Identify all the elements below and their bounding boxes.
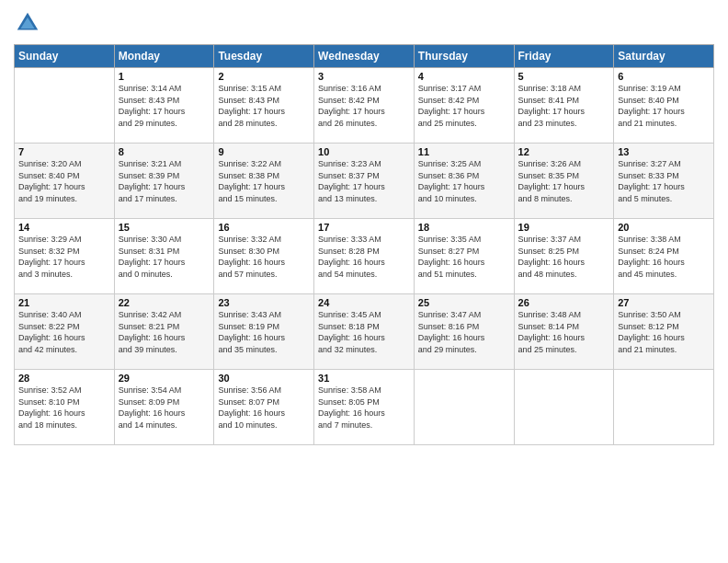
header [14, 9, 714, 37]
calendar-cell [414, 370, 514, 445]
weekday-header: Wednesday [314, 45, 415, 68]
logo [14, 9, 45, 37]
weekday-header: Sunday [15, 45, 115, 68]
calendar-cell: 3Sunrise: 3:16 AM Sunset: 8:42 PM Daylig… [314, 68, 415, 144]
weekday-row: SundayMondayTuesdayWednesdayThursdayFrid… [15, 45, 714, 68]
calendar-cell: 13Sunrise: 3:27 AM Sunset: 8:33 PM Dayli… [614, 144, 714, 219]
calendar-cell: 25Sunrise: 3:47 AM Sunset: 8:16 PM Dayli… [414, 294, 514, 370]
calendar-week-row: 28Sunrise: 3:52 AM Sunset: 8:10 PM Dayli… [15, 370, 714, 445]
day-info: Sunrise: 3:47 AM Sunset: 8:16 PM Dayligh… [418, 309, 510, 355]
calendar-cell: 7Sunrise: 3:20 AM Sunset: 8:40 PM Daylig… [15, 144, 115, 219]
calendar-cell: 29Sunrise: 3:54 AM Sunset: 8:09 PM Dayli… [114, 370, 214, 445]
calendar-cell [15, 68, 115, 144]
logo-icon [14, 9, 41, 37]
day-number: 26 [518, 297, 610, 308]
calendar-cell: 15Sunrise: 3:30 AM Sunset: 8:31 PM Dayli… [114, 219, 214, 294]
day-number: 5 [518, 71, 610, 82]
calendar-cell: 4Sunrise: 3:17 AM Sunset: 8:42 PM Daylig… [414, 68, 514, 144]
day-number: 19 [518, 222, 610, 233]
day-info: Sunrise: 3:43 AM Sunset: 8:19 PM Dayligh… [218, 309, 310, 355]
day-number: 10 [318, 146, 410, 157]
day-number: 25 [418, 297, 510, 308]
day-number: 6 [618, 71, 710, 82]
day-number: 23 [218, 297, 310, 308]
weekday-header: Saturday [614, 45, 714, 68]
calendar-cell: 24Sunrise: 3:45 AM Sunset: 8:18 PM Dayli… [314, 294, 415, 370]
calendar-table: SundayMondayTuesdayWednesdayThursdayFrid… [14, 44, 714, 445]
day-info: Sunrise: 3:35 AM Sunset: 8:27 PM Dayligh… [418, 234, 510, 280]
day-info: Sunrise: 3:45 AM Sunset: 8:18 PM Dayligh… [318, 309, 410, 355]
day-number: 27 [618, 297, 710, 308]
day-number: 30 [218, 373, 310, 384]
calendar-week-row: 7Sunrise: 3:20 AM Sunset: 8:40 PM Daylig… [15, 144, 714, 219]
calendar-cell: 8Sunrise: 3:21 AM Sunset: 8:39 PM Daylig… [114, 144, 214, 219]
calendar-cell: 5Sunrise: 3:18 AM Sunset: 8:41 PM Daylig… [514, 68, 614, 144]
day-info: Sunrise: 3:56 AM Sunset: 8:07 PM Dayligh… [218, 385, 310, 431]
day-info: Sunrise: 3:21 AM Sunset: 8:39 PM Dayligh… [119, 158, 210, 204]
day-number: 12 [518, 146, 610, 157]
day-number: 18 [418, 222, 510, 233]
day-number: 14 [18, 222, 110, 233]
day-info: Sunrise: 3:23 AM Sunset: 8:37 PM Dayligh… [318, 158, 410, 204]
day-number: 24 [318, 297, 410, 308]
calendar-cell: 18Sunrise: 3:35 AM Sunset: 8:27 PM Dayli… [414, 219, 514, 294]
calendar-cell: 20Sunrise: 3:38 AM Sunset: 8:24 PM Dayli… [614, 219, 714, 294]
day-number: 3 [318, 71, 410, 82]
day-info: Sunrise: 3:50 AM Sunset: 8:12 PM Dayligh… [618, 309, 710, 355]
day-number: 11 [418, 146, 510, 157]
day-info: Sunrise: 3:15 AM Sunset: 8:43 PM Dayligh… [218, 83, 310, 129]
day-number: 8 [119, 146, 210, 157]
day-info: Sunrise: 3:29 AM Sunset: 8:32 PM Dayligh… [18, 234, 110, 280]
day-info: Sunrise: 3:54 AM Sunset: 8:09 PM Dayligh… [119, 385, 210, 431]
day-info: Sunrise: 3:38 AM Sunset: 8:24 PM Dayligh… [618, 234, 710, 280]
calendar-cell: 12Sunrise: 3:26 AM Sunset: 8:35 PM Dayli… [514, 144, 614, 219]
weekday-header: Thursday [414, 45, 514, 68]
calendar-body: 1Sunrise: 3:14 AM Sunset: 8:43 PM Daylig… [15, 68, 714, 445]
calendar-cell: 28Sunrise: 3:52 AM Sunset: 8:10 PM Dayli… [15, 370, 115, 445]
calendar-cell: 31Sunrise: 3:58 AM Sunset: 8:05 PM Dayli… [314, 370, 415, 445]
day-number: 16 [218, 222, 310, 233]
calendar-cell: 9Sunrise: 3:22 AM Sunset: 8:38 PM Daylig… [214, 144, 314, 219]
day-info: Sunrise: 3:17 AM Sunset: 8:42 PM Dayligh… [418, 83, 510, 129]
calendar-cell: 19Sunrise: 3:37 AM Sunset: 8:25 PM Dayli… [514, 219, 614, 294]
day-info: Sunrise: 3:14 AM Sunset: 8:43 PM Dayligh… [119, 83, 210, 129]
calendar-cell: 23Sunrise: 3:43 AM Sunset: 8:19 PM Dayli… [214, 294, 314, 370]
day-number: 21 [18, 297, 110, 308]
day-info: Sunrise: 3:32 AM Sunset: 8:30 PM Dayligh… [218, 234, 310, 280]
calendar-week-row: 1Sunrise: 3:14 AM Sunset: 8:43 PM Daylig… [15, 68, 714, 144]
day-info: Sunrise: 3:42 AM Sunset: 8:21 PM Dayligh… [119, 309, 210, 355]
calendar-cell: 2Sunrise: 3:15 AM Sunset: 8:43 PM Daylig… [214, 68, 314, 144]
calendar-cell: 22Sunrise: 3:42 AM Sunset: 8:21 PM Dayli… [114, 294, 214, 370]
calendar-cell: 30Sunrise: 3:56 AM Sunset: 8:07 PM Dayli… [214, 370, 314, 445]
calendar-cell: 6Sunrise: 3:19 AM Sunset: 8:40 PM Daylig… [614, 68, 714, 144]
calendar-cell: 21Sunrise: 3:40 AM Sunset: 8:22 PM Dayli… [15, 294, 115, 370]
day-number: 15 [119, 222, 210, 233]
day-info: Sunrise: 3:30 AM Sunset: 8:31 PM Dayligh… [119, 234, 210, 280]
day-number: 13 [618, 146, 710, 157]
weekday-header: Tuesday [214, 45, 314, 68]
calendar-cell: 17Sunrise: 3:33 AM Sunset: 8:28 PM Dayli… [314, 219, 415, 294]
weekday-header: Monday [114, 45, 214, 68]
day-number: 31 [318, 373, 410, 384]
day-info: Sunrise: 3:20 AM Sunset: 8:40 PM Dayligh… [18, 158, 110, 204]
page: SundayMondayTuesdayWednesdayThursdayFrid… [0, 0, 728, 563]
weekday-header: Friday [514, 45, 614, 68]
calendar-cell: 14Sunrise: 3:29 AM Sunset: 8:32 PM Dayli… [15, 219, 115, 294]
day-info: Sunrise: 3:40 AM Sunset: 8:22 PM Dayligh… [18, 309, 110, 355]
calendar-week-row: 21Sunrise: 3:40 AM Sunset: 8:22 PM Dayli… [15, 294, 714, 370]
calendar-cell: 1Sunrise: 3:14 AM Sunset: 8:43 PM Daylig… [114, 68, 214, 144]
day-number: 1 [119, 71, 210, 82]
day-number: 4 [418, 71, 510, 82]
day-info: Sunrise: 3:18 AM Sunset: 8:41 PM Dayligh… [518, 83, 610, 129]
day-number: 28 [18, 373, 110, 384]
day-number: 17 [318, 222, 410, 233]
calendar-cell [514, 370, 614, 445]
calendar-week-row: 14Sunrise: 3:29 AM Sunset: 8:32 PM Dayli… [15, 219, 714, 294]
day-info: Sunrise: 3:19 AM Sunset: 8:40 PM Dayligh… [618, 83, 710, 129]
calendar-cell: 10Sunrise: 3:23 AM Sunset: 8:37 PM Dayli… [314, 144, 415, 219]
calendar-cell [614, 370, 714, 445]
day-info: Sunrise: 3:52 AM Sunset: 8:10 PM Dayligh… [18, 385, 110, 431]
day-info: Sunrise: 3:25 AM Sunset: 8:36 PM Dayligh… [418, 158, 510, 204]
day-info: Sunrise: 3:22 AM Sunset: 8:38 PM Dayligh… [218, 158, 310, 204]
day-info: Sunrise: 3:26 AM Sunset: 8:35 PM Dayligh… [518, 158, 610, 204]
